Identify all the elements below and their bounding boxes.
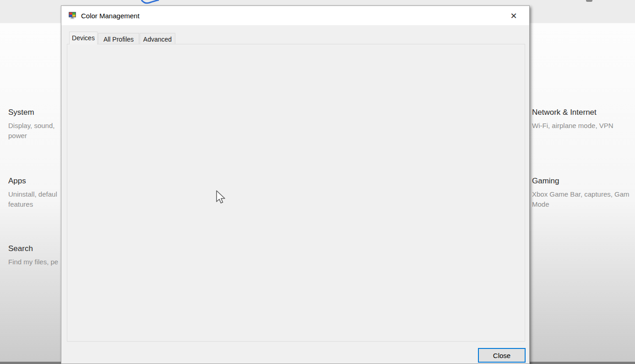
color-management-icon <box>68 12 76 19</box>
dialog-titlebar[interactable]: Color Management ✕ <box>61 6 529 25</box>
settings-tile-gaming[interactable]: Gaming Xbox Game Bar, captures, Gam Mode <box>532 177 635 209</box>
tile-subtitle-line: Mode <box>532 199 635 209</box>
settings-tile-apps[interactable]: Apps Uninstall, defaul features <box>8 177 62 209</box>
tile-subtitle-line: Wi-Fi, airplane mode, VPN <box>532 121 635 131</box>
close-button[interactable]: Close <box>478 348 526 363</box>
devices-tab-panel <box>67 44 525 342</box>
tile-title[interactable]: Search <box>8 244 62 253</box>
tile-subtitle-line: Uninstall, defaul <box>8 189 62 199</box>
settings-tile-system[interactable]: System Display, sound, power <box>8 108 62 141</box>
tile-subtitle-line: features <box>8 199 62 209</box>
button-label: Close <box>493 352 510 359</box>
close-icon[interactable]: ✕ <box>508 11 519 21</box>
mouse-cursor <box>216 190 228 207</box>
cropped-fragment <box>586 0 592 2</box>
dialog-title: Color Management <box>81 12 140 20</box>
tile-title[interactable]: Network & Internet <box>532 108 635 117</box>
tab-label: Devices <box>72 34 95 42</box>
tile-subtitle-line: Find my files, pe <box>8 257 62 267</box>
tile-title[interactable]: Apps <box>8 177 62 186</box>
settings-tile-network[interactable]: Network & Internet Wi-Fi, airplane mode,… <box>532 108 635 131</box>
tab-label: Advanced <box>143 36 172 43</box>
tab-all-profiles[interactable]: All Profiles <box>98 33 139 44</box>
tab-label: All Profiles <box>103 36 134 43</box>
tab-advanced[interactable]: Advanced <box>140 33 175 44</box>
color-management-dialog: Color Management ✕ Devices All Profiles … <box>61 5 530 364</box>
tile-title[interactable]: System <box>8 108 62 117</box>
tile-title[interactable]: Gaming <box>532 177 635 186</box>
settings-tile-search[interactable]: Search Find my files, pe <box>8 244 62 267</box>
cropped-blue-text-fragment <box>140 0 160 5</box>
tile-subtitle-line: Display, sound, <box>8 121 62 131</box>
tile-subtitle-line: Xbox Game Bar, captures, Gam <box>532 189 635 199</box>
tile-subtitle-line: power <box>8 131 62 141</box>
tab-devices[interactable]: Devices <box>69 32 98 44</box>
